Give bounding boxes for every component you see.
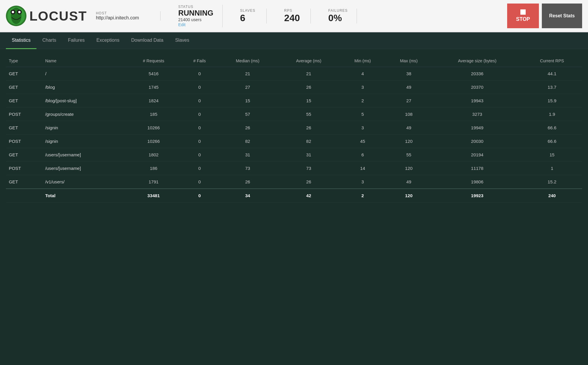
table-row: POST /groups/create 185 0 57 55 5 108 32… <box>6 108 582 121</box>
cell-fails: 0 <box>181 175 218 189</box>
cell-avg-size: 3273 <box>432 108 522 121</box>
stop-icon <box>520 9 526 15</box>
cell-median: 57 <box>218 108 277 121</box>
cell-min: 2 <box>340 94 385 108</box>
col-requests: # Requests <box>126 55 181 67</box>
rps-block: RPS 240 <box>275 9 311 24</box>
cell-rps: 13.7 <box>522 81 582 94</box>
cell-type: GET <box>6 121 42 135</box>
svg-point-6 <box>18 11 21 13</box>
cell-rps: 44.1 <box>522 67 582 81</box>
cell-type: POST <box>6 162 42 175</box>
logo-area: LOCUST <box>6 6 87 26</box>
statistics-table: Type Name # Requests # Fails Median (ms)… <box>6 55 582 202</box>
cell-requests: 10266 <box>126 121 181 135</box>
stop-button[interactable]: STOP <box>507 4 539 28</box>
cell-requests: 10266 <box>126 135 181 148</box>
tab-exceptions[interactable]: Exceptions <box>91 32 125 49</box>
cell-fails: 0 <box>181 121 218 135</box>
host-label: HOST <box>96 11 151 15</box>
header: LOCUST HOST http://api.initech.com STATU… <box>0 0 588 32</box>
cell-type: GET <box>6 67 42 81</box>
tab-failures[interactable]: Failures <box>62 32 91 49</box>
total-label: Total <box>42 189 126 202</box>
cell-type: GET <box>6 81 42 94</box>
cell-requests: 185 <box>126 108 181 121</box>
cell-min: 3 <box>340 81 385 94</box>
cell-median: 21 <box>218 67 277 81</box>
cell-name: /users/[username] <box>42 148 126 162</box>
col-avg-size: Average size (bytes) <box>432 55 522 67</box>
table-row: GET / 5416 0 21 21 4 38 20336 44.1 <box>6 67 582 81</box>
col-rps: Current RPS <box>522 55 582 67</box>
cell-average: 55 <box>277 108 340 121</box>
cell-requests: 1824 <box>126 94 181 108</box>
cell-max: 38 <box>385 67 432 81</box>
cell-max: 27 <box>385 94 432 108</box>
tab-statistics[interactable]: Statistics <box>6 32 36 49</box>
edit-link[interactable]: Edit <box>178 22 186 27</box>
cell-rps: 1 <box>522 162 582 175</box>
cell-avg-size: 20370 <box>432 81 522 94</box>
tab-charts[interactable]: Charts <box>36 32 62 49</box>
total-row: Total 33481 0 34 42 2 120 19923 240 <box>6 189 582 202</box>
total-min: 2 <box>340 189 385 202</box>
cell-fails: 0 <box>181 108 218 121</box>
cell-avg-size: 20030 <box>432 135 522 148</box>
total-avg-size: 19923 <box>432 189 522 202</box>
stop-label: STOP <box>516 16 530 22</box>
cell-min: 5 <box>340 108 385 121</box>
cell-rps: 15.9 <box>522 94 582 108</box>
tab-slaves[interactable]: Slaves <box>169 32 195 49</box>
cell-median: 31 <box>218 148 277 162</box>
cell-requests: 186 <box>126 162 181 175</box>
col-fails: # Fails <box>181 55 218 67</box>
cell-requests: 1802 <box>126 148 181 162</box>
rps-label: RPS <box>284 9 302 13</box>
total-requests: 33481 <box>126 189 181 202</box>
cell-average: 31 <box>277 148 340 162</box>
cell-max: 120 <box>385 135 432 148</box>
table-row: GET /users/[username] 1802 0 31 31 6 55 … <box>6 148 582 162</box>
table-row: GET /blog/[post-slug] 1824 0 15 15 2 27 … <box>6 94 582 108</box>
failures-label: FAILURES <box>328 9 348 13</box>
cell-median: 73 <box>218 162 277 175</box>
cell-avg-size: 19806 <box>432 175 522 189</box>
cell-type: GET <box>6 175 42 189</box>
table-row: POST /signin 10266 0 82 82 45 120 20030 … <box>6 135 582 148</box>
cell-min: 45 <box>340 135 385 148</box>
cell-avg-size: 11178 <box>432 162 522 175</box>
total-fails: 0 <box>181 189 218 202</box>
tab-download-data[interactable]: Download Data <box>125 32 169 49</box>
cell-median: 15 <box>218 94 277 108</box>
cell-max: 49 <box>385 121 432 135</box>
total-median: 34 <box>218 189 277 202</box>
cell-average: 21 <box>277 67 340 81</box>
total-rps: 240 <box>522 189 582 202</box>
cell-median: 26 <box>218 121 277 135</box>
cell-avg-size: 20194 <box>432 148 522 162</box>
logo-text: LOCUST <box>29 9 87 24</box>
cell-avg-size: 19949 <box>432 121 522 135</box>
cell-max: 108 <box>385 108 432 121</box>
cell-avg-size: 19943 <box>432 94 522 108</box>
cell-requests: 1745 <box>126 81 181 94</box>
status-users: 21400 users <box>178 17 213 22</box>
col-median: Median (ms) <box>218 55 277 67</box>
cell-fails: 0 <box>181 94 218 108</box>
host-area: HOST http://api.initech.com <box>96 11 161 21</box>
cell-min: 6 <box>340 148 385 162</box>
nav-tabs: Statistics Charts Failures Exceptions Do… <box>0 32 588 49</box>
cell-fails: 0 <box>181 162 218 175</box>
cell-fails: 0 <box>181 81 218 94</box>
slaves-label: SLAVES <box>240 9 258 13</box>
cell-name: /groups/create <box>42 108 126 121</box>
cell-average: 26 <box>277 81 340 94</box>
reset-stats-button[interactable]: Reset Stats <box>542 4 582 28</box>
cell-fails: 0 <box>181 67 218 81</box>
rps-value: 240 <box>284 13 302 24</box>
col-average: Average (ms) <box>277 55 340 67</box>
cell-name: /blog <box>42 81 126 94</box>
cell-type: POST <box>6 108 42 121</box>
cell-name: /v1/users/ <box>42 175 126 189</box>
